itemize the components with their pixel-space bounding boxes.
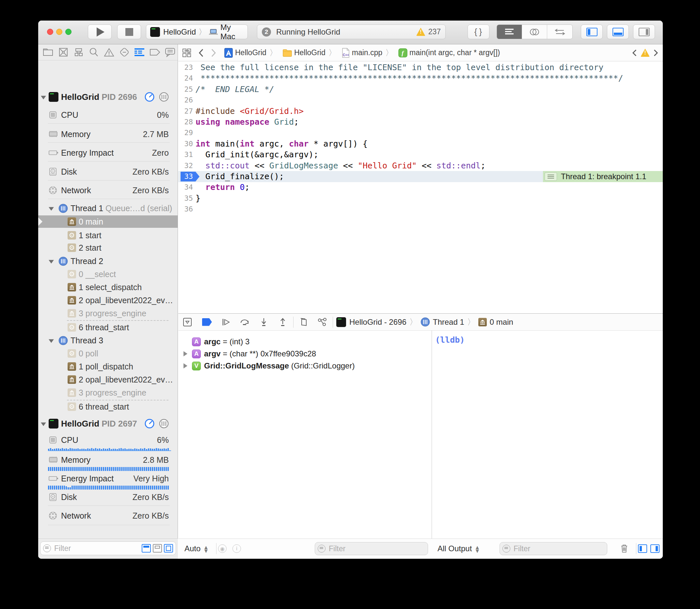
stat-row-cpu[interactable]: CPU 0% <box>38 109 178 121</box>
line-number[interactable]: 27 <box>181 106 193 117</box>
console-view[interactable]: (lldb) <box>432 331 663 539</box>
disclosure-triangle[interactable] <box>49 340 54 343</box>
breakpoints-toggle-button[interactable] <box>200 316 214 329</box>
line-number[interactable]: 33 <box>181 171 193 182</box>
frame-row[interactable]: 1 select_dispatch <box>38 281 178 293</box>
thread-row-1[interactable]: Thread 1 Queue:…d (serial) <box>38 202 178 214</box>
previous-issue-button[interactable] <box>632 49 637 56</box>
warning-icon[interactable] <box>641 49 650 57</box>
breadcrumb-process[interactable]: HelloGrid - 2696 <box>349 317 407 327</box>
report-navigator-tab[interactable] <box>162 46 177 59</box>
stat-row-network[interactable]: Network Zero KB/s <box>38 509 178 522</box>
frame-row[interactable]: ⚙ 0 poll <box>38 347 178 360</box>
line-number[interactable]: 29 <box>181 127 193 138</box>
disclosure-triangle[interactable] <box>184 351 187 356</box>
project-navigator-tab[interactable] <box>40 46 56 59</box>
step-into-button[interactable] <box>257 316 271 329</box>
stat-row-memory[interactable]: Memory 2.8 MB <box>38 454 178 466</box>
variable-row[interactable]: V Grid::GridLogMessage (Grid::GridLogger… <box>178 360 432 372</box>
console-filter-input[interactable] <box>513 544 604 554</box>
variables-view[interactable]: A argc = (int) 3 A argv = (char **) 0x7f… <box>178 331 432 539</box>
variables-scope-dropdown[interactable]: Auto▲▼ <box>185 544 209 553</box>
filter-stack-frames-button[interactable] <box>164 544 173 553</box>
frame-row-selected[interactable]: 0 main <box>38 215 178 228</box>
stat-row-energy[interactable]: Energy Impact Very High <box>38 472 178 485</box>
test-navigator-tab[interactable] <box>117 46 132 59</box>
variable-row[interactable]: A argv = (char **) 0x7ffee9039c28 <box>178 348 432 360</box>
breadcrumb-frame[interactable]: 0 main <box>490 317 513 327</box>
gauge-toggle-icon[interactable] <box>144 92 155 102</box>
frame-row[interactable]: 3 progress_engine <box>38 307 178 319</box>
close-window-button[interactable] <box>47 29 53 35</box>
source-control-navigator-tab[interactable] <box>56 46 71 59</box>
line-number[interactable]: 30 <box>181 138 193 150</box>
standard-editor-button[interactable] <box>497 25 522 39</box>
stop-button[interactable] <box>117 24 141 39</box>
breakpoint-navigator-tab[interactable] <box>147 46 163 59</box>
continue-button[interactable] <box>219 316 233 329</box>
disclosure-triangle[interactable] <box>49 207 54 211</box>
show-console-button[interactable] <box>650 544 660 553</box>
filter-flagged-threads-button[interactable] <box>153 544 162 553</box>
frame-row[interactable]: ⚙ 0 __select <box>38 268 178 280</box>
step-out-button[interactable] <box>276 316 290 329</box>
clear-console-button[interactable] <box>620 543 629 553</box>
filter-running-processes-button[interactable] <box>142 544 151 553</box>
variable-row[interactable]: A argc = (int) 3 <box>178 336 432 348</box>
stat-row-disk[interactable]: Disk Zero KB/s <box>38 491 178 503</box>
console-output-dropdown[interactable]: All Output▲▼ <box>438 544 480 553</box>
navigator-filter-field[interactable] <box>40 541 176 555</box>
back-button[interactable] <box>199 49 204 57</box>
frame-row[interactable]: ⚙ 1 start <box>38 229 178 242</box>
line-number[interactable]: 34 <box>181 182 193 193</box>
zoom-window-button[interactable] <box>65 29 71 35</box>
breadcrumb-file[interactable]: main.cpp <box>352 48 382 57</box>
process-row-2697[interactable]: HelloGrid PID 2697 <box>38 417 178 430</box>
toggle-navigator-button[interactable] <box>581 24 603 39</box>
variables-filter-field[interactable] <box>315 542 428 555</box>
frame-row[interactable]: ⚙ 6 thread_start <box>38 321 178 333</box>
threads-toggle-icon[interactable] <box>159 92 169 102</box>
issue-navigator-tab[interactable] <box>102 46 117 59</box>
info-icon[interactable]: i <box>233 544 241 553</box>
frame-row[interactable]: ⚙ 2 start <box>38 242 178 254</box>
stat-row-cpu[interactable]: CPU 6% <box>38 434 178 446</box>
frame-row[interactable]: ⚙ 6 thread_start <box>38 400 178 413</box>
line-number[interactable]: 23 <box>181 62 193 73</box>
symbol-navigator-tab[interactable] <box>71 46 86 59</box>
annotation-menu-icon[interactable] <box>545 172 557 181</box>
disclosure-triangle[interactable] <box>41 96 46 100</box>
console-filter-field[interactable] <box>499 542 607 555</box>
line-number[interactable]: 28 <box>181 117 193 127</box>
view-hierarchy-button[interactable] <box>297 316 311 329</box>
breakpoint-annotation[interactable]: Thread 1: breakpoint 1.1 <box>543 171 663 182</box>
assistant-editor-button[interactable] <box>522 25 547 39</box>
quicklook-icon[interactable]: ◉ <box>218 544 226 553</box>
next-issue-button[interactable] <box>654 49 658 56</box>
activity-view[interactable]: 2 Running HelloGrid 237 <box>257 24 446 39</box>
toggle-inspector-button[interactable] <box>633 24 655 39</box>
stat-row-disk[interactable]: Disk Zero KB/s <box>38 166 178 178</box>
frame-row[interactable]: 3 progress_engine <box>38 386 178 399</box>
breadcrumb-thread[interactable]: Thread 1 <box>433 317 464 327</box>
thread-row-2[interactable]: Thread 2 <box>38 255 178 267</box>
stat-row-memory[interactable]: Memory 2.7 MB <box>38 128 178 140</box>
show-variables-view-button[interactable] <box>638 544 647 553</box>
frame-row[interactable]: 2 opal_libevent2022_ev… <box>38 294 178 307</box>
stat-row-energy[interactable]: Energy Impact Zero <box>38 146 178 159</box>
line-number[interactable]: 26 <box>181 94 193 106</box>
minimize-window-button[interactable] <box>56 29 62 35</box>
disclosure-triangle[interactable] <box>41 423 46 426</box>
hide-debug-area-button[interactable] <box>180 316 194 329</box>
debug-navigator-tab[interactable] <box>132 46 147 59</box>
run-button[interactable] <box>88 24 112 39</box>
line-number[interactable]: 31 <box>181 149 193 160</box>
source-editor[interactable]: 23 See the full license in the file "LIC… <box>178 62 663 245</box>
frame-row[interactable]: 1 poll_dispatch <box>38 360 178 373</box>
library-button[interactable]: { } <box>467 24 490 39</box>
variables-filter-input[interactable] <box>328 544 425 554</box>
disclosure-triangle[interactable] <box>184 363 187 368</box>
line-number[interactable]: 25 <box>181 84 193 95</box>
find-navigator-tab[interactable] <box>86 46 102 59</box>
issues-group[interactable]: 237 <box>416 28 441 36</box>
